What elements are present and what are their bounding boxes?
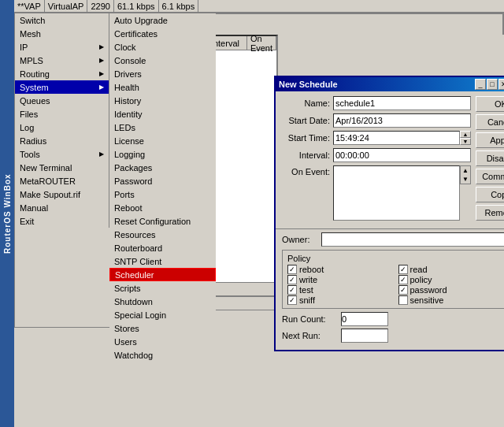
submenu-reset-config[interactable]: Reset Configuration [109,214,216,228]
cancel-button[interactable]: Cancel [476,114,504,130]
dialog-title: New Schedule [279,80,338,89]
comment-button[interactable]: Comment [476,169,504,184]
start-date-input[interactable] [333,113,471,128]
policy-reboot: ✓ reboot [287,265,391,274]
submenu-auto-upgrade[interactable]: Auto Upgrade [109,13,216,27]
policy-test: ✓ test [287,285,391,295]
submenu-identity[interactable]: Identity [109,107,216,121]
col-on-event: On Event [247,36,276,50]
ok-button[interactable]: OK [476,96,504,112]
policy-group: Policy ✓ reboot ✓ read ✓ write [282,250,504,309]
spin-down-button[interactable]: ▼ [460,138,471,145]
name-input[interactable] [333,96,471,110]
test-checkbox[interactable]: ✓ [287,285,297,295]
scroll-down-arrow[interactable]: ▼ [461,175,469,184]
menu-item-files[interactable]: Files [15,107,109,121]
menu-item-manual[interactable]: Manual [15,201,109,214]
dialog-maximize-button[interactable]: □ [487,79,498,90]
submenu-sntp-client[interactable]: SNTP Client [109,254,216,268]
dialog-minimize-button[interactable]: _ [475,79,486,90]
start-time-spinner: ▲ ▼ [460,131,471,145]
menu-item-ip[interactable]: IP▶ [15,40,109,54]
start-time-label: Start Time: [282,133,333,143]
submenu-ports[interactable]: Ports [109,188,216,201]
menu-item-radius[interactable]: Radius [15,134,109,147]
sensitive-checkbox[interactable] [398,295,408,305]
submenu-routerboard[interactable]: Routerboard [109,241,216,254]
vap-row: **VAP VirtualAP 2290 61.1 kbps 6.1 kbps [14,0,504,13]
submenu-stores[interactable]: Stores [109,321,216,335]
submenu-certificates[interactable]: Certificates [109,27,216,40]
submenu-password[interactable]: Password [109,174,216,188]
submenu-clock[interactable]: Clock [109,40,216,54]
vap-col5: 6.1 kbps [159,0,199,12]
submenu-history[interactable]: History [109,94,216,107]
reboot-checkbox[interactable]: ✓ [287,265,297,274]
policy-sensitive: sensitive [398,295,502,305]
interval-label: Interval: [282,150,333,160]
submenu-logging[interactable]: Logging [109,147,216,161]
winbox-sidebar-label: RouterOS WinBox [3,173,12,254]
right-menu: Auto Upgrade Certificates Clock Console … [109,13,216,362]
password-label: password [410,285,447,295]
owner-label: Owner: [282,235,321,244]
owner-input[interactable] [321,232,504,247]
submenu-scheduler[interactable]: Scheduler [109,268,216,281]
menu-item-exit[interactable]: Exit [15,214,109,228]
submenu-license[interactable]: License [109,134,216,147]
sniff-label: sniff [299,295,315,305]
next-run-label: Next Run: [282,331,341,340]
run-count-input[interactable] [341,312,388,326]
submenu-health[interactable]: Health [109,80,216,94]
submenu-shutdown[interactable]: Shutdown [109,295,216,308]
apply-button[interactable]: Apply [476,132,504,148]
submenu-resources[interactable]: Resources [109,228,216,241]
spin-up-button[interactable]: ▲ [460,131,471,138]
submenu-leds[interactable]: LEDs [109,121,216,134]
policy-grid: ✓ reboot ✓ read ✓ write ✓ policy [287,265,501,305]
submenu-scripts[interactable]: Scripts [109,281,216,295]
menu-item-queues[interactable]: Queues [15,94,109,107]
menu-panel: Switch Mesh IP▶ MPLS▶ Routing▶ System▶ Q… [14,13,215,328]
submenu-special-login[interactable]: Special Login [109,308,216,321]
name-label: Name: [282,98,333,108]
menu-item-metarouter[interactable]: MetaROUTER [15,174,109,188]
submenu-console[interactable]: Console [109,54,216,67]
menu-item-tools[interactable]: Tools▶ [15,147,109,161]
remove-button[interactable]: Remove [476,205,504,221]
scroll-up-arrow[interactable]: ▲ [461,166,469,175]
write-checkbox[interactable]: ✓ [287,275,297,284]
menu-item-make-supout[interactable]: Make Supout.rif [15,188,109,201]
start-time-input[interactable] [333,131,460,145]
start-time-input-group: ▲ ▼ [333,131,471,145]
on-event-textarea[interactable] [333,165,460,221]
menu-item-mpls[interactable]: MPLS▶ [15,54,109,67]
menu-item-switch[interactable]: Switch [15,13,109,27]
on-event-row: On Event: ▲ ▼ [282,165,471,221]
disable-button[interactable]: Disable [476,150,504,166]
read-checkbox[interactable]: ✓ [398,265,408,274]
password-checkbox[interactable]: ✓ [398,285,408,295]
interval-row: Interval: [282,148,471,162]
submenu-drivers[interactable]: Drivers [109,67,216,80]
menu-item-log[interactable]: Log [15,121,109,134]
policy-checkbox[interactable]: ✓ [398,275,408,284]
submenu-reboot[interactable]: Reboot [109,201,216,214]
submenu-packages[interactable]: Packages [109,161,216,174]
copy-button[interactable]: Copy [476,187,504,202]
submenu-users[interactable]: Users [109,335,216,348]
reboot-label: reboot [299,265,324,274]
menu-item-routing[interactable]: Routing▶ [15,67,109,80]
sniff-checkbox[interactable]: ✓ [287,295,297,305]
top-panel: **VAP VirtualAP 2290 61.1 kbps 6.1 kbps … [14,0,504,427]
next-run-input[interactable] [341,329,388,343]
menu-item-system[interactable]: System▶ [15,80,109,94]
submenu-watchdog[interactable]: Watchdog [109,348,216,362]
on-event-scrollbar[interactable]: ▲ ▼ [460,165,471,184]
policy-policy: ✓ policy [398,275,502,284]
interval-input[interactable] [333,148,471,162]
dialog-close-button[interactable]: ✕ [498,79,504,90]
next-run-row: Next Run: [282,329,504,343]
menu-item-mesh[interactable]: Mesh [15,27,109,40]
menu-item-new-terminal[interactable]: New Terminal [15,161,109,174]
